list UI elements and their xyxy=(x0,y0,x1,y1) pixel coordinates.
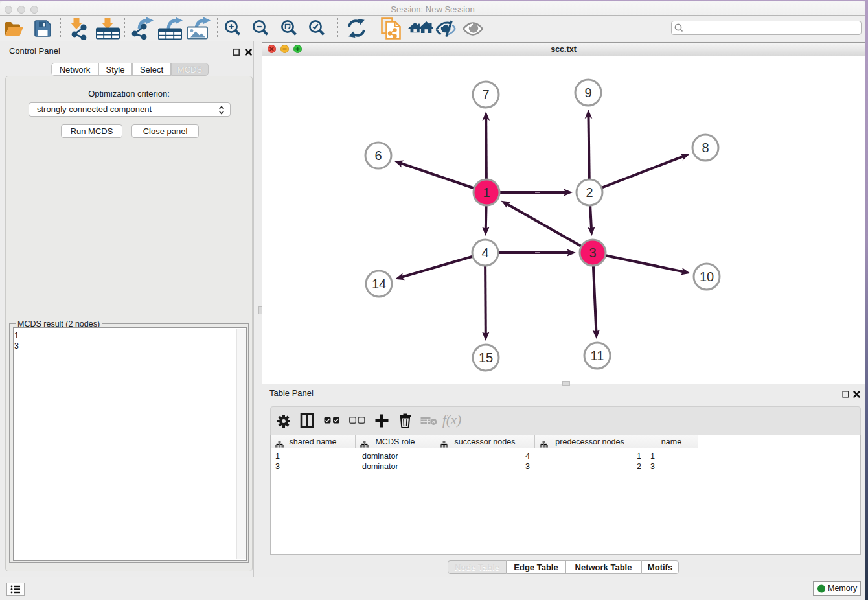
svg-text:15: 15 xyxy=(479,351,493,365)
svg-text:1: 1 xyxy=(483,185,490,200)
svg-text:11: 11 xyxy=(591,349,604,363)
svg-text:9: 9 xyxy=(584,86,591,100)
svg-text:7: 7 xyxy=(482,87,489,102)
svg-text:3: 3 xyxy=(589,246,596,260)
svg-text:2: 2 xyxy=(586,185,593,200)
svg-text:6: 6 xyxy=(374,148,382,163)
svg-text:4: 4 xyxy=(481,246,488,260)
svg-text:10: 10 xyxy=(700,270,714,284)
svg-text:14: 14 xyxy=(372,277,386,291)
svg-text:8: 8 xyxy=(702,141,709,155)
